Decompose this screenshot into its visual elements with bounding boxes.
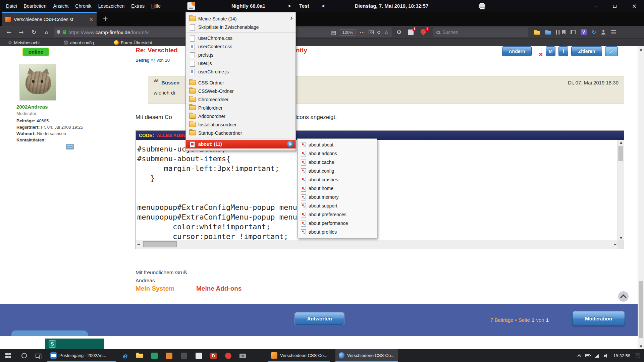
code-horizontal-scrollbar[interactable]: ◄ ►: [136, 240, 618, 249]
d-app-icon[interactable]: D: [207, 349, 220, 362]
script-menu-item[interactable]: Skriptliste in Zwischenablage: [186, 23, 296, 33]
search-bar[interactable]: [433, 27, 528, 37]
camera-app-icon[interactable]: [236, 349, 250, 362]
delete-post-button[interactable]: ×: [535, 47, 543, 56]
account-icon[interactable]: [601, 30, 606, 35]
about-submenu-item[interactable]: about:performance: [298, 219, 377, 228]
screenshot-icon[interactable]: [369, 30, 374, 34]
extension-icon-1[interactable]: 1: [407, 28, 414, 36]
reader-mode-icon[interactable]: ▤: [331, 29, 336, 36]
battery-icon[interactable]: [585, 354, 590, 357]
volume-icon[interactable]: [604, 354, 608, 358]
tab-close-icon[interactable]: ×: [89, 16, 93, 22]
about-submenu-item[interactable]: about:addons: [298, 149, 377, 158]
script-menu-item[interactable]: userChrome.css: [186, 34, 296, 42]
menubar-item[interactable]: Ansicht: [50, 3, 72, 9]
script-menu-item[interactable]: CSS-Ordner: [186, 78, 296, 87]
private-message-icon[interactable]: [66, 144, 74, 149]
window-close-button[interactable]: ×: [625, 0, 644, 12]
posts-value[interactable]: 40685: [37, 118, 49, 123]
bookmark-star-icon[interactable]: ☆: [384, 29, 389, 36]
vscroll-thumb[interactable]: [619, 146, 623, 161]
script-menu-item[interactable]: userChrome.js: [186, 67, 296, 77]
page-actions-icon[interactable]: ⋯: [360, 29, 365, 36]
orange-app-icon[interactable]: [162, 349, 176, 362]
about-submenu-item[interactable]: about:home: [298, 184, 377, 193]
explorer-folder-icon[interactable]: [133, 349, 146, 362]
about-submenu-item[interactable]: about:profiles: [298, 228, 377, 236]
script-menu-item[interactable]: Chromeordner: [186, 95, 296, 104]
task-view-icon[interactable]: [32, 349, 45, 362]
about-submenu-item[interactable]: about:preferences: [298, 210, 377, 219]
mein-system-link[interactable]: Mein System: [136, 285, 174, 292]
bookmark-item-meistbesucht[interactable]: ⚙Meistbesucht: [8, 39, 40, 47]
page-scroll-down-icon[interactable]: ▼: [638, 345, 644, 348]
username-link[interactable]: 2002Andreas: [16, 104, 48, 110]
location-pin-icon[interactable]: [377, 30, 381, 35]
post-title-fragment-left[interactable]: Re: Verschied: [136, 47, 178, 54]
red-circle-app-icon[interactable]: [221, 349, 235, 362]
quote-post-button[interactable]: Zitieren: [571, 46, 602, 56]
scroll-left-icon[interactable]: ◄: [137, 242, 140, 246]
taskbar-clock[interactable]: 18:32:58: [613, 353, 630, 358]
script-menu-item[interactable]: CSSWeb-Ordner: [186, 87, 296, 95]
page-scroll-up-icon[interactable]: ▲: [638, 47, 644, 51]
m-button[interactable]: M: [546, 46, 555, 56]
background-window-strip[interactable]: S: [45, 339, 104, 349]
menubar-item[interactable]: Hilfe: [148, 3, 164, 9]
meine-addons-link[interactable]: Meine Add-ons: [196, 285, 241, 292]
scroll-down-icon[interactable]: ▼: [618, 236, 624, 240]
page-scrollbar[interactable]: ▲ ▼: [638, 46, 644, 349]
edge-icon[interactable]: e: [118, 349, 131, 362]
dark-app-icon[interactable]: [177, 349, 191, 362]
edit-post-button[interactable]: Ändern: [502, 46, 532, 56]
search-input[interactable]: [442, 29, 516, 35]
menubar-item[interactable]: Lesezeichen: [95, 3, 128, 9]
taskbar-search-icon[interactable]: [17, 349, 31, 362]
about-submenu-item[interactable]: about:about: [298, 140, 377, 149]
script-menu-item[interactable]: userContent.css: [186, 42, 296, 51]
printer-icon[interactable]: [479, 4, 485, 8]
about-submenu-item[interactable]: about:config: [298, 167, 377, 175]
script-menu-item[interactable]: Addonordner: [186, 112, 296, 120]
v-extension-icon[interactable]: V: [581, 29, 587, 35]
hscroll-thumb[interactable]: [143, 241, 177, 247]
back-button[interactable]: ←: [4, 27, 14, 37]
network-icon[interactable]: [595, 354, 599, 358]
open-all-arrow-icon[interactable]: [287, 141, 293, 147]
script-menu-item[interactable]: prefs.js: [186, 51, 296, 59]
window-maximize-button[interactable]: [605, 0, 625, 12]
script-menu-item[interactable]: Startup-Cacheordner: [186, 129, 296, 138]
hamburger-menu-icon[interactable]: [611, 30, 616, 31]
script-menu-item[interactable]: about: (11): [186, 140, 296, 148]
content-blocking-shield-icon[interactable]: [57, 30, 60, 35]
taskbar-window-mail[interactable]: Posteingang - 2002An...: [47, 349, 116, 362]
taskbar-window-firefox-2[interactable]: Verschiedene CSS-Co...: [335, 349, 398, 362]
script-menu-item[interactable]: Profilordner: [186, 104, 296, 112]
sync-icon[interactable]: ↻: [592, 29, 596, 36]
scroll-to-top-button[interactable]: [618, 291, 629, 302]
about-submenu-item[interactable]: about:memory: [298, 193, 377, 201]
start-button[interactable]: [0, 349, 16, 362]
page-scroll-thumb[interactable]: [639, 281, 643, 338]
about-submenu-item[interactable]: about:support: [298, 201, 377, 210]
about-submenu-item[interactable]: about:crashes: [298, 175, 377, 184]
home-button[interactable]: ⌂: [42, 27, 52, 37]
ublock-shield-icon[interactable]: 1: [420, 28, 427, 36]
script-menu-item[interactable]: Installationsordner: [186, 120, 296, 129]
browser-tab[interactable]: Verschiedene CSS-Codes st ×: [2, 12, 97, 26]
notepad-app-icon[interactable]: [192, 349, 205, 362]
about-submenu-item[interactable]: about:cache: [298, 158, 377, 167]
approve-post-button[interactable]: ✓: [605, 46, 618, 56]
green-app-icon[interactable]: [148, 349, 161, 362]
notification-center-icon[interactable]: [635, 354, 640, 358]
taskbar-window-firefox-1[interactable]: Verschiedene CSS-Co...: [268, 349, 330, 362]
tray-expand-icon[interactable]: [578, 354, 581, 358]
menubar-item[interactable]: Extras: [128, 3, 148, 9]
post-permalink[interactable]: Beitrag #7: [136, 58, 155, 63]
zoom-level-button[interactable]: 120%: [340, 29, 356, 36]
forward-button[interactable]: →: [16, 27, 26, 37]
code-vertical-scrollbar[interactable]: ▲ ▼: [618, 140, 624, 240]
gear-icon[interactable]: ⚙: [396, 29, 401, 36]
script-menu-button[interactable]: [187, 2, 195, 10]
